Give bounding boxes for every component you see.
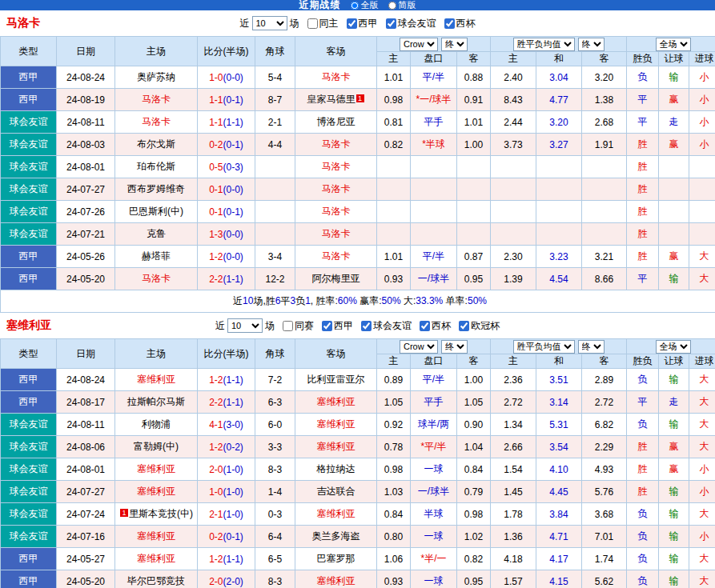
column-header: 日期 (57, 339, 115, 369)
filter-checkbox[interactable]: 西甲 (322, 319, 353, 333)
halftime-score: (1-1) (223, 554, 243, 565)
summary-segment: 10 (243, 295, 253, 306)
score-cell: 2-2(1-1) (198, 268, 255, 290)
match-type-cell: 球会友谊 (1, 111, 57, 134)
avg-type-select[interactable]: 胜平负均值 (513, 38, 575, 51)
fulltime-score: 1-0 (209, 72, 223, 83)
filter-checkbox-input[interactable] (322, 321, 332, 331)
spread-result-cell: 走 (659, 391, 689, 414)
summary-segment: 负 (295, 295, 305, 306)
away-odds-cell: 0.84 (457, 458, 491, 481)
filter-checkbox-label: 西甲 (334, 319, 353, 333)
home-team-name: 克鲁 (147, 228, 166, 239)
avg-draw-cell (536, 178, 582, 201)
odds-stage-select[interactable]: 终 (441, 38, 468, 51)
filter-checkbox-input[interactable] (347, 18, 357, 29)
away-team-name: 格拉纳达 (317, 463, 355, 474)
home-team-name: 塞维利亚 (137, 463, 175, 474)
column-header: 类型 (1, 339, 57, 369)
avg-home-cell: 2.40 (491, 66, 536, 89)
avg-stage-select[interactable]: 终 (578, 38, 605, 51)
column-header: 角球 (255, 339, 295, 369)
result-cell: 负 (627, 369, 659, 391)
filter-checkbox[interactable]: 西杯 (420, 319, 451, 333)
bookmaker-select[interactable]: Crow (400, 340, 438, 354)
home-odds-cell: 1.05 (377, 391, 411, 414)
corner-cell: 3-3 (255, 436, 295, 458)
fulltime-score: 4-1 (209, 419, 223, 430)
header-group: 胜平负均值终 (491, 339, 627, 354)
scope-select[interactable]: 全场 (656, 38, 691, 51)
recent-count-select[interactable]: 10 (227, 318, 263, 333)
home-team-cell: 巴恩斯利(中) (115, 201, 198, 223)
recent-count-select[interactable]: 10 (252, 16, 287, 30)
scope-select[interactable]: 全场 (656, 340, 691, 354)
avg-home-cell: 2.30 (491, 246, 536, 268)
header-group: 全场 (627, 37, 715, 52)
filter-checkbox[interactable]: 球会友谊 (361, 319, 412, 333)
avg-home-cell (491, 223, 536, 246)
filter-checkbox[interactable]: 同主 (307, 17, 339, 30)
halftime-score: (1-1) (223, 374, 243, 386)
score-cell: 1-0(0-0) (198, 66, 255, 89)
avg-draw-cell: 3.51 (536, 369, 582, 391)
away-team-name: 马洛卡 (322, 250, 351, 262)
away-team-name: 塞维利亚 (317, 396, 355, 407)
home-team-name: 塞维利亚 (137, 553, 175, 564)
date-cell: 24-08-06 (57, 436, 115, 458)
score-cell: 1-1(0-1) (198, 89, 255, 111)
header-group: Crow终 (377, 339, 491, 354)
header-row-groups: 类型日期主场比分(半场)角球客场Crow终胜平负均值终全场 (1, 37, 715, 52)
table-row: 西甲24-05-20马洛卡2-2(1-1)12-2阿尔梅里亚0.93一/球半0.… (1, 268, 715, 290)
away-team-cell: 巴塞罗那 (295, 548, 377, 570)
away-odds-cell: 0.88 (457, 66, 491, 89)
handicap-cell: 一/球半 (411, 268, 457, 290)
filter-checkbox[interactable]: 球会友谊 (386, 17, 436, 30)
filter-checkbox-input[interactable] (459, 321, 469, 331)
away-team-name: 马洛卡 (322, 71, 351, 82)
filter-checkbox-input[interactable] (307, 18, 318, 29)
column-header: 类型 (1, 37, 57, 66)
bookmaker-select[interactable]: Crow (400, 38, 438, 51)
halftime-score: (0-1) (223, 94, 243, 106)
filter-checkbox-input[interactable] (283, 321, 293, 331)
version-radio-simple-input[interactable] (388, 2, 396, 10)
avg-type-select[interactable]: 胜平负均值 (513, 340, 575, 354)
version-radio-full[interactable]: 全版 (351, 0, 379, 10)
version-radio-full-input[interactable] (351, 2, 359, 10)
away-team-name: 阿尔梅里亚 (312, 273, 360, 284)
filter-checkbox[interactable]: 欧冠杯 (459, 319, 500, 333)
filter-checkbox-input[interactable] (361, 321, 372, 331)
version-radio-simple[interactable]: 简版 (388, 0, 416, 10)
away-team-cell: 马洛卡 (295, 66, 377, 89)
filter-checkbox[interactable]: 同赛 (283, 319, 314, 333)
away-team-cell: 格拉纳达 (295, 458, 377, 481)
avg-draw-cell: 4.54 (536, 268, 582, 290)
home-team-name: 赫塔菲 (142, 250, 171, 262)
handicap-cell: 一球 (411, 570, 457, 588)
filter-checkbox-input[interactable] (386, 18, 396, 29)
filter-checkbox-input[interactable] (444, 18, 455, 29)
result-cell: 胜 (627, 481, 659, 503)
column-header: 日期 (57, 37, 115, 66)
avg-away-cell: 2.68 (582, 111, 627, 134)
away-odds-cell: 0.98 (457, 503, 491, 526)
score-cell: 1-2(1-1) (198, 548, 255, 570)
score-cell: 0-2(0-1) (198, 526, 255, 548)
halftime-score: (0-1) (223, 139, 243, 150)
avg-away-cell: 7.01 (582, 526, 627, 548)
avg-draw-cell: 3.04 (536, 66, 582, 89)
corner-cell (255, 201, 295, 223)
odds-stage-select[interactable]: 终 (441, 340, 468, 354)
filter-checkbox[interactable]: 西杯 (444, 17, 476, 30)
filter-checkbox[interactable]: 西甲 (347, 17, 378, 30)
home-team-cell: 珀布伦斯 (115, 156, 198, 178)
summary-segment: 大: (401, 295, 416, 306)
fulltime-score: 1-2 (209, 374, 223, 386)
match-type-cell: 西甲 (1, 66, 57, 89)
filter-checkbox-input[interactable] (420, 321, 430, 331)
halftime-score: (0-0) (223, 184, 243, 195)
goals-result-cell: 大 (689, 436, 715, 458)
date-cell: 24-08-01 (57, 458, 115, 481)
avg-stage-select[interactable]: 终 (578, 340, 605, 354)
